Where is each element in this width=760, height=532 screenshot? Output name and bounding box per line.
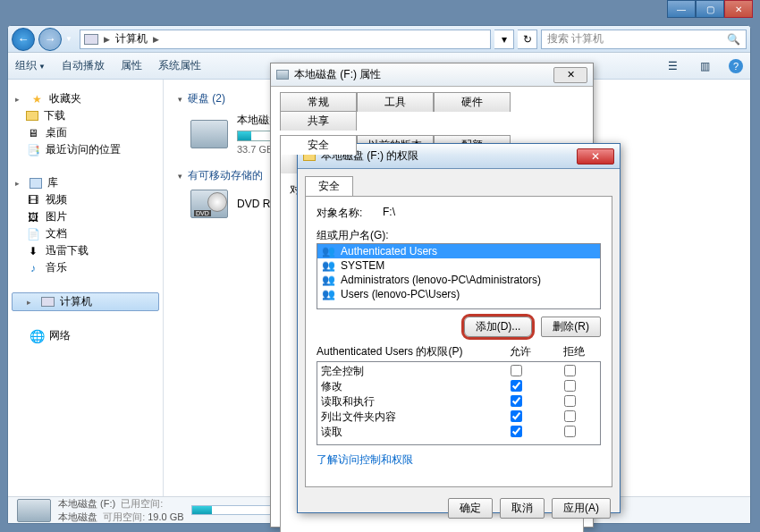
permissions-for-label: Authenticated Users 的权限(P) (317, 344, 494, 359)
permission-row: 读取 (321, 425, 596, 440)
allow-checkbox[interactable] (511, 365, 522, 376)
deny-header: 拒绝 (547, 344, 601, 359)
ok-button[interactable]: 确定 (448, 498, 493, 519)
breadcrumb-arrow-icon[interactable]: ▶ (153, 35, 159, 44)
drive-icon (276, 70, 289, 80)
breadcrumb-arrow-icon: ▶ (104, 35, 110, 44)
network-icon: 🌐 (30, 330, 44, 342)
view-mode-icon[interactable]: ☰ (664, 58, 680, 74)
library-icon (30, 178, 42, 189)
add-button[interactable]: 添加(D)... (464, 317, 533, 337)
tab-security[interactable]: 安全 (280, 135, 357, 155)
users-icon: 👥 (321, 288, 335, 300)
learn-more-link[interactable]: 了解访问控制和权限 (317, 452, 413, 468)
sidebar-item-computer[interactable]: ▸计算机 (12, 292, 159, 311)
window-maximize-button[interactable]: ▢ (696, 0, 724, 18)
allow-header: 允许 (494, 344, 547, 359)
tab-sharing[interactable]: 共享 (280, 111, 357, 131)
search-input[interactable]: 搜索 计算机 🔍 (541, 30, 747, 49)
deny-checkbox[interactable] (564, 426, 576, 437)
user-list[interactable]: 👥Authenticated Users 👥SYSTEM 👥Administra… (317, 243, 601, 309)
help-icon[interactable]: ? (729, 59, 743, 73)
object-name-label: 对象名称: (317, 206, 374, 221)
permission-row: 列出文件夹内容 (321, 410, 596, 425)
user-row[interactable]: 👥SYSTEM (317, 258, 600, 273)
permissions-list: 完全控制修改读取和执行列出文件夹内容读取 (317, 361, 601, 445)
toolbar-organize[interactable]: 组织▼ (15, 58, 46, 73)
computer-icon (41, 297, 55, 307)
sidebar-libraries-head[interactable]: ▸库 (8, 174, 163, 191)
sidebar-item-network[interactable]: 🌐网络 (8, 327, 163, 344)
tab-security[interactable]: 安全 (305, 176, 353, 196)
sidebar-item-thunder[interactable]: ⬇迅雷下载 (8, 242, 163, 259)
permissions-dialog: 本地磁盘 (F:) 的权限 ✕ 安全 对象名称:F:\ 组或用户名(G): 👥A… (297, 143, 621, 513)
tab-hardware[interactable]: 硬件 (434, 92, 511, 112)
toolbar-system-properties[interactable]: 系统属性 (158, 58, 201, 73)
remove-button[interactable]: 删除(R) (541, 317, 601, 337)
sidebar-item-videos[interactable]: 🎞视频 (8, 191, 163, 208)
permission-row: 完全控制 (321, 364, 596, 379)
permission-row: 修改 (321, 379, 596, 394)
dialog-footer: 确定 取消 应用(A) (298, 494, 620, 519)
window-minimize-button[interactable]: — (667, 0, 696, 18)
sidebar-item-documents[interactable]: 📄文档 (8, 225, 163, 242)
desktop-icon: 🖥 (26, 127, 40, 139)
recent-icon: 📑 (26, 144, 40, 156)
dialog-close-button[interactable]: ✕ (553, 67, 587, 83)
sidebar-item-downloads[interactable]: 下载 (8, 107, 163, 124)
permission-name: 修改 (321, 379, 489, 394)
tab-tools[interactable]: 工具 (357, 92, 434, 112)
users-icon: 👥 (321, 274, 335, 286)
allow-checkbox[interactable] (511, 426, 522, 437)
permission-name: 完全控制 (321, 364, 489, 379)
dvd-icon: DVD (190, 190, 228, 218)
user-row[interactable]: 👥Users (lenovo-PC\Users) (317, 287, 600, 301)
deny-checkbox[interactable] (564, 395, 576, 407)
sidebar-favorites-head[interactable]: ▸★收藏夹 (8, 90, 163, 107)
hdd-icon (190, 120, 228, 148)
nav-forward-button[interactable]: → (38, 28, 62, 51)
search-icon: 🔍 (727, 33, 740, 46)
search-placeholder: 搜索 计算机 (547, 31, 604, 46)
dialog-titlebar[interactable]: 本地磁盘 (F:) 属性 ✕ (271, 63, 593, 87)
window-close-button[interactable]: ✕ (724, 0, 753, 18)
user-row[interactable]: 👥Administrators (lenovo-PC\Administrator… (317, 273, 600, 287)
address-bar[interactable]: ▶ 计算机 ▶ (80, 30, 491, 49)
user-row[interactable]: 👥Authenticated Users (317, 244, 600, 258)
permission-name: 读取和执行 (321, 394, 489, 410)
allow-checkbox[interactable] (511, 395, 522, 407)
video-icon: 🎞 (26, 194, 40, 207)
allow-checkbox[interactable] (511, 380, 522, 392)
dialog-close-button[interactable]: ✕ (577, 148, 614, 165)
tab-general[interactable]: 常规 (280, 92, 357, 112)
star-icon: ★ (30, 93, 44, 106)
group-users-label: 组或用户名(G): (317, 228, 601, 243)
status-title: 本地磁盘 (F:) (58, 498, 115, 509)
nav-back-button[interactable]: ← (12, 28, 35, 51)
toolbar-autoplay[interactable]: 自动播放 (62, 58, 105, 73)
download-icon: ⬇ (26, 245, 40, 258)
sidebar-item-music[interactable]: ♪音乐 (8, 259, 163, 276)
deny-checkbox[interactable] (564, 365, 576, 376)
permission-name: 列出文件夹内容 (321, 410, 489, 425)
preview-pane-icon[interactable]: ▥ (697, 58, 713, 74)
allow-checkbox[interactable] (511, 410, 522, 422)
permission-row: 读取和执行 (321, 394, 596, 410)
address-dropdown[interactable]: ▾ (494, 30, 514, 49)
refresh-button[interactable]: ↻ (518, 30, 537, 49)
sidebar-item-pictures[interactable]: 🖼图片 (8, 208, 163, 225)
sidebar: ▸★收藏夹 下载 🖥桌面 📑最近访问的位置 ▸库 🎞视频 🖼图片 📄文档 ⬇迅雷… (8, 80, 164, 496)
breadcrumb[interactable]: 计算机 (115, 31, 148, 46)
deny-checkbox[interactable] (564, 380, 576, 392)
toolbar-properties[interactable]: 属性 (121, 58, 142, 73)
folder-icon (26, 111, 38, 121)
document-icon: 📄 (26, 228, 40, 241)
nav-history-dropdown[interactable]: ▼ (65, 29, 76, 50)
deny-checkbox[interactable] (564, 410, 576, 422)
sidebar-item-recent[interactable]: 📑最近访问的位置 (8, 141, 163, 158)
window-titlebar-controls: — ▢ ✕ (667, 0, 753, 18)
computer-icon (84, 34, 98, 45)
cancel-button[interactable]: 取消 (500, 498, 545, 519)
apply-button[interactable]: 应用(A) (552, 498, 611, 519)
sidebar-item-desktop[interactable]: 🖥桌面 (8, 124, 163, 141)
